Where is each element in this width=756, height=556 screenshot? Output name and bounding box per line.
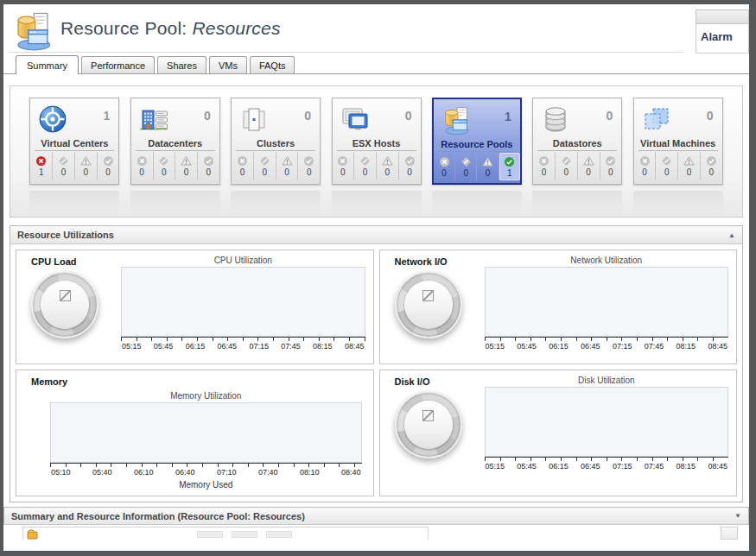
fatal-icon <box>137 155 148 167</box>
axis-tick-label: 05:15 <box>486 462 505 471</box>
axis-tick-label: 07:10 <box>217 468 237 477</box>
status-normal[interactable]: 1 <box>499 153 520 180</box>
normal-icon <box>504 156 515 167</box>
disk-io-gauge[interactable] <box>395 391 462 458</box>
normal-icon <box>706 155 717 167</box>
x-axis-labels: 05:1005:4006:1006:4007:1007:4008:1008:40 <box>50 467 362 477</box>
tile-count: 0 <box>304 109 311 123</box>
tile-label: Virtual Centers <box>35 138 114 151</box>
cpu-load-gauge[interactable] <box>31 271 98 338</box>
status-fatal[interactable]: 1 <box>30 152 53 180</box>
status-warning[interactable]: 0 <box>377 152 399 180</box>
status-warning[interactable]: 0 <box>276 152 299 180</box>
status-fatal[interactable]: 0 <box>232 152 254 180</box>
critical-icon <box>661 155 672 167</box>
cpu-utilization-chart: CPU Utilization 05:1505:4506:1506:4507:1… <box>121 256 365 351</box>
tile-virtual-centers[interactable]: 1 Virtual Centers 1 0 0 0 <box>29 98 119 185</box>
fatal-icon <box>35 155 47 167</box>
status-normal[interactable]: 0 <box>298 152 320 180</box>
status-fatal[interactable]: 0 <box>131 152 154 180</box>
status-critical[interactable]: 0 <box>154 152 176 180</box>
tile-datacenters[interactable]: 0 Datacenters 0 0 0 0 <box>130 98 220 185</box>
axis-tick-label: 06:45 <box>581 462 600 471</box>
application-window: Resource Pool: Resources Alarm Summary P… <box>0 0 756 556</box>
status-fatal[interactable]: 0 <box>634 152 657 180</box>
critical-icon <box>259 155 270 167</box>
entity-tiles-row: 1 Virtual Centers 1 0 0 0 0 Datacenters … <box>10 98 742 185</box>
tab-faqts[interactable]: FAQts <box>250 56 295 73</box>
status-warning[interactable]: 0 <box>678 152 701 180</box>
critical-icon <box>158 155 169 167</box>
status-normal[interactable]: 0 <box>399 152 421 180</box>
tile-esx-hosts[interactable]: 0 ESX Hosts 0 0 0 0 <box>332 98 422 185</box>
status-count: 0 <box>463 168 468 178</box>
network-io-gauge[interactable] <box>395 271 462 338</box>
status-critical[interactable]: 0 <box>53 152 75 180</box>
tile-label: ESX Hosts <box>337 138 416 151</box>
resource-utilizations-header[interactable]: Resource Utilizations ▲ <box>10 226 742 244</box>
critical-icon <box>58 155 69 167</box>
tab-shares[interactable]: Shares <box>157 56 206 73</box>
tab-summary[interactable]: Summary <box>16 55 79 74</box>
status-fatal[interactable]: 0 <box>333 152 355 180</box>
entity-tiles-shelf: 1 Virtual Centers 1 0 0 0 0 Datacenters … <box>10 85 743 218</box>
status-warning[interactable]: 0 <box>75 152 98 180</box>
network-utilization-chart: Network Utilization 05:1505:4506:1506:45… <box>485 256 729 351</box>
utilization-grid: CPU Load CPU Utilization 05:1505:4506:15… <box>10 244 742 502</box>
status-critical[interactable]: 0 <box>656 152 678 180</box>
status-warning[interactable]: 0 <box>477 153 499 180</box>
status-normal[interactable]: 0 <box>600 152 622 180</box>
status-fatal[interactable]: 0 <box>533 152 556 180</box>
status-count: 0 <box>486 168 491 178</box>
axis-tick-label: 08:15 <box>313 342 333 351</box>
network-io-label: Network I/O <box>395 256 485 267</box>
axis-tick-label: 06:10 <box>134 468 154 477</box>
axis-tick-label: 05:15 <box>486 342 505 351</box>
tiles-reflection <box>10 185 742 213</box>
tile-virtual-machines[interactable]: 0 Virtual Machines 0 0 0 0 <box>633 98 723 185</box>
collapse-icon[interactable]: ▲ <box>728 231 735 239</box>
axis-tick-label: 05:45 <box>517 462 537 471</box>
virtual-center-icon <box>36 103 69 136</box>
tile-clusters[interactable]: 0 Clusters 0 0 0 0 <box>231 98 321 185</box>
status-normal[interactable]: 0 <box>701 152 722 180</box>
status-critical[interactable]: 0 <box>354 152 377 180</box>
fatal-icon <box>237 155 248 167</box>
resource-utilizations-panel: Resource Utilizations ▲ CPU Load CPU Uti… <box>10 225 743 502</box>
disk-utilization-chart: Disk Utilization 05:1505:4506:1506:4507:… <box>485 376 729 471</box>
expand-icon[interactable]: ▼ <box>734 512 741 520</box>
tile-count: 0 <box>405 109 412 123</box>
status-count: 1 <box>507 168 512 178</box>
summary-info-header[interactable]: Summary and Resource Information (Resour… <box>3 507 749 525</box>
status-critical[interactable]: 0 <box>254 152 276 180</box>
warning-icon <box>382 155 393 167</box>
status-count: 0 <box>708 167 714 177</box>
tab-performance[interactable]: Performance <box>81 56 155 73</box>
network-plot-area <box>485 267 729 337</box>
status-critical[interactable]: 0 <box>455 153 477 180</box>
chart-title: Memory Utilization <box>50 391 362 401</box>
warning-icon <box>282 155 293 167</box>
header-divider <box>9 52 683 53</box>
memory-label: Memory <box>31 376 365 387</box>
status-count: 0 <box>687 167 692 177</box>
tile-resource-pools[interactable]: 1 Resource Pools 0 0 0 1 <box>432 98 522 185</box>
tab-vms[interactable]: VMs <box>209 56 247 73</box>
network-quadrant: Network I/O Network Utilization 05:1505:… <box>379 250 738 364</box>
tile-count: 0 <box>204 109 211 123</box>
status-normal[interactable]: 0 <box>98 152 119 180</box>
minimize-control[interactable] <box>721 527 738 540</box>
panel-title: Resource Utilizations <box>17 230 114 240</box>
tile-datastores[interactable]: 0 Datastores 0 0 0 0 <box>532 98 622 185</box>
disk-io-label: Disk I/O <box>395 376 485 387</box>
normal-icon <box>103 155 114 167</box>
status-fatal[interactable]: 0 <box>434 153 455 180</box>
status-warning[interactable]: 0 <box>175 152 198 180</box>
status-warning[interactable]: 0 <box>578 152 600 180</box>
status-critical[interactable]: 0 <box>556 152 578 180</box>
alarms-panel[interactable]: Alarm <box>696 9 749 54</box>
status-normal[interactable]: 0 <box>198 152 219 180</box>
panel-title: Summary and Resource Information (Resour… <box>11 511 305 521</box>
axis-tick-label: 08:15 <box>677 462 696 471</box>
axis-tick-label: 07:45 <box>645 342 664 351</box>
